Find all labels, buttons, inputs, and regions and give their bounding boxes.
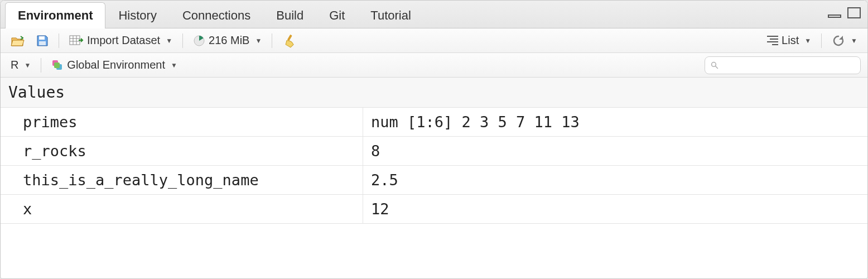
svg-line-15 (716, 66, 718, 68)
search-box[interactable] (705, 56, 861, 74)
import-dataset-label: Import Dataset (87, 34, 160, 47)
open-icon[interactable] (7, 33, 28, 48)
tab-build[interactable]: Build (263, 2, 316, 28)
separator (821, 33, 822, 48)
chevron-down-icon: ▼ (255, 37, 262, 45)
variable-value: 2.5 (363, 166, 867, 194)
separator (272, 33, 272, 48)
variable-value: 8 (363, 137, 867, 165)
chevron-down-icon: ▼ (171, 61, 177, 69)
tab-environment[interactable]: Environment (5, 2, 105, 28)
svg-rect-10 (287, 34, 292, 41)
svg-rect-4 (70, 36, 80, 45)
variable-value: num [1:6] 2 3 5 7 11 13 (363, 108, 867, 136)
tabstrip: Environment History Connections Build Gi… (1, 1, 867, 28)
environment-pane: Environment History Connections Build Gi… (0, 0, 868, 279)
search-icon (711, 60, 718, 70)
section-header-values: Values (1, 78, 867, 108)
chevron-down-icon: ▼ (851, 37, 857, 45)
svg-rect-2 (39, 36, 45, 40)
svg-rect-0 (828, 15, 841, 17)
save-icon[interactable] (33, 33, 52, 48)
list-icon (767, 36, 778, 45)
view-mode-label: List (782, 34, 799, 47)
svg-rect-3 (39, 41, 46, 45)
variable-name: primes (1, 108, 363, 136)
import-dataset-button[interactable]: Import Dataset ▼ (66, 33, 176, 48)
window-controls (827, 6, 862, 22)
variable-value: 12 (363, 195, 867, 223)
toolbar-primary: Import Dataset ▼ 216 MiB ▼ List ▼ (1, 28, 867, 53)
tab-connections[interactable]: Connections (170, 2, 263, 28)
environment-selector[interactable]: Global Environment ▼ (48, 57, 181, 73)
environment-icon (51, 59, 64, 71)
maximize-icon[interactable] (846, 6, 862, 22)
variable-name: this_is_a_really_long_name (1, 166, 363, 194)
chevron-down-icon: ▼ (804, 37, 811, 45)
memory-usage-label: 216 MiB (209, 34, 249, 47)
refresh-button[interactable]: ▼ (828, 33, 861, 49)
environment-scope-label: Global Environment (67, 59, 165, 71)
variable-row[interactable]: primes num [1:6] 2 3 5 7 11 13 (1, 108, 867, 137)
tab-tutorial[interactable]: Tutorial (358, 2, 424, 28)
variable-row[interactable]: this_is_a_really_long_name 2.5 (1, 166, 867, 195)
svg-rect-1 (848, 8, 860, 18)
variables-list: primes num [1:6] 2 3 5 7 11 13 r_rocks 8… (1, 108, 867, 278)
search-input[interactable] (723, 59, 855, 71)
engine-label: R (11, 59, 18, 71)
tab-history[interactable]: History (105, 2, 169, 28)
view-mode-button[interactable]: List ▼ (764, 33, 814, 48)
chevron-down-icon: ▼ (24, 61, 31, 69)
separator (59, 33, 59, 48)
engine-selector[interactable]: R ▼ (7, 57, 34, 73)
minimize-icon[interactable] (827, 7, 843, 21)
memory-usage-button[interactable]: 216 MiB ▼ (190, 33, 265, 48)
svg-rect-13 (54, 62, 60, 68)
tab-git[interactable]: Git (316, 2, 358, 28)
chevron-down-icon: ▼ (166, 37, 172, 45)
clear-workspace-button[interactable] (279, 32, 300, 49)
variable-row[interactable]: r_rocks 8 (1, 137, 867, 166)
variable-row[interactable]: x 12 (1, 195, 867, 224)
variable-name: x (1, 195, 363, 223)
separator (41, 58, 41, 73)
separator (182, 33, 183, 48)
variable-name: r_rocks (1, 137, 363, 165)
toolbar-scope: R ▼ Global Environment ▼ (1, 53, 867, 78)
